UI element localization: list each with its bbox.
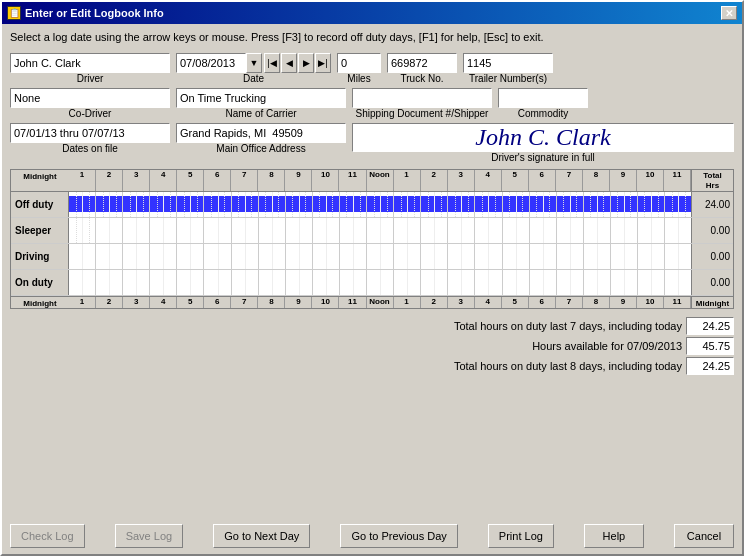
sleeper-label: Sleeper xyxy=(11,218,69,243)
hour-23: 11 xyxy=(664,170,691,190)
go-prev-day-button[interactable]: Go to Previous Day xyxy=(340,524,457,548)
title-bar: 📋 Enter or Edit Logbook Info ✕ xyxy=(2,2,742,24)
close-button[interactable]: ✕ xyxy=(721,6,737,20)
driver-label: Driver xyxy=(10,73,170,84)
b-noon: Noon xyxy=(367,297,394,308)
shipping-label: Shipping Document #/Shipper xyxy=(352,108,492,119)
off-duty-row: Off duty xyxy=(11,192,733,218)
signature-text: John C. Clark xyxy=(475,124,610,151)
driving-label: Driving xyxy=(11,244,69,269)
b-hour-6: 6 xyxy=(204,297,231,308)
save-log-button[interactable]: Save Log xyxy=(115,524,183,548)
tick-container-sleeper xyxy=(69,218,691,243)
date-input[interactable] xyxy=(176,53,246,73)
on-duty-total: 0.00 xyxy=(691,270,733,295)
hour-20: 8 xyxy=(583,170,610,190)
trailer-input[interactable] xyxy=(463,53,553,73)
midnight-bottom-right: Midnight xyxy=(691,297,733,308)
sleeper-total: 0.00 xyxy=(691,218,733,243)
hour-15: 3 xyxy=(448,170,475,190)
miles-field-group: Miles xyxy=(337,53,381,84)
driving-grid[interactable] xyxy=(69,244,691,269)
hour-16: 4 xyxy=(475,170,502,190)
save-log-label: Save Log xyxy=(126,530,172,542)
commodity-input[interactable] xyxy=(498,88,588,108)
codriver-field-group: Co-Driver xyxy=(10,88,170,119)
date-next-btn[interactable]: ▶ xyxy=(298,53,314,73)
main-window: 📋 Enter or Edit Logbook Info ✕ Select a … xyxy=(0,0,744,556)
hour-19: 7 xyxy=(556,170,583,190)
stat-row-2: Total hours on duty last 8 days, includi… xyxy=(454,357,734,375)
go-next-day-button[interactable]: Go to Next Day xyxy=(213,524,310,548)
carrier-input[interactable] xyxy=(176,88,346,108)
b-hour-11: 11 xyxy=(339,297,366,308)
hour-18: 6 xyxy=(529,170,556,190)
office-field-group: Main Office Address xyxy=(176,123,346,163)
b-hour-16: 4 xyxy=(475,297,502,308)
codriver-input[interactable] xyxy=(10,88,170,108)
cancel-button[interactable]: Cancel xyxy=(674,524,734,548)
instructions-text: Select a log date using the arrow keys o… xyxy=(10,30,734,45)
b-hour-22: 10 xyxy=(637,297,664,308)
time-header-row: Midnight 1 2 3 4 5 6 7 8 9 10 11 Noon xyxy=(11,170,733,191)
hour-22: 10 xyxy=(637,170,664,190)
off-duty-grid[interactable] xyxy=(69,192,691,217)
office-input[interactable] xyxy=(176,123,346,143)
row2: Co-Driver Name of Carrier Shipping Docum… xyxy=(10,88,734,119)
b-hour-19: 7 xyxy=(556,297,583,308)
driver-field-group: Driver xyxy=(10,53,170,84)
driver-input[interactable] xyxy=(10,53,170,73)
tick-container-offduty xyxy=(69,192,691,217)
dates-label: Dates on file xyxy=(10,143,170,154)
hour-2: 2 xyxy=(96,170,123,190)
hour-4: 4 xyxy=(150,170,177,190)
b-hour-8: 8 xyxy=(258,297,285,308)
stat-label-1: Hours available for 07/09/2013 xyxy=(532,340,682,352)
midnight-bottom-left: Midnight xyxy=(11,297,69,308)
go-next-day-label: Go to Next Day xyxy=(224,530,299,542)
off-duty-label: Off duty xyxy=(11,192,69,217)
date-dropdown-btn[interactable]: ▼ xyxy=(246,53,262,73)
b-hour-5: 5 xyxy=(177,297,204,308)
signature-area: John C. Clark xyxy=(352,123,734,152)
hour-10: 10 xyxy=(312,170,339,190)
shipping-field-group: Shipping Document #/Shipper xyxy=(352,88,492,119)
b-hour-17: 5 xyxy=(502,297,529,308)
truck-label: Truck No. xyxy=(387,73,457,84)
dates-input[interactable] xyxy=(10,123,170,143)
hour-1: 1 xyxy=(69,170,96,190)
stat-row-1: Hours available for 07/09/2013 45.75 xyxy=(532,337,734,355)
carrier-label: Name of Carrier xyxy=(176,108,346,119)
date-prev-btn[interactable]: ◀ xyxy=(281,53,297,73)
date-input-group: ▼ |◀ ◀ ▶ ▶| xyxy=(176,53,331,73)
date-last-btn[interactable]: ▶| xyxy=(315,53,331,73)
window-icon: 📋 xyxy=(7,6,21,20)
sleeper-grid[interactable] xyxy=(69,218,691,243)
midnight-left-label: Midnight xyxy=(11,170,69,190)
driving-total: 0.00 xyxy=(691,244,733,269)
shipping-input[interactable] xyxy=(352,88,492,108)
cancel-label: Cancel xyxy=(687,530,721,542)
row1: Driver ▼ |◀ ◀ ▶ ▶| Date Miles xyxy=(10,53,734,84)
truck-input[interactable] xyxy=(387,53,457,73)
date-first-btn[interactable]: |◀ xyxy=(264,53,280,73)
check-log-button[interactable]: Check Log xyxy=(10,524,85,548)
bottom-time-row: Midnight 1 2 3 4 5 6 7 8 9 10 11 Noon 1 … xyxy=(11,296,733,308)
signature-label: Driver's signature in full xyxy=(352,152,734,163)
print-log-button[interactable]: Print Log xyxy=(488,524,554,548)
noon-label: Noon xyxy=(367,170,394,190)
stat-label-0: Total hours on duty last 7 days, includi… xyxy=(454,320,682,332)
print-log-label: Print Log xyxy=(499,530,543,542)
driving-row: Driving xyxy=(11,244,733,270)
on-duty-grid[interactable] xyxy=(69,270,691,295)
signature-field-group: John C. Clark Driver's signature in full xyxy=(352,123,734,163)
stat-value-2: 24.25 xyxy=(686,357,734,375)
bottom-time-labels: 1 2 3 4 5 6 7 8 9 10 11 Noon 1 2 3 4 5 xyxy=(69,297,691,308)
help-button[interactable]: Help xyxy=(584,524,644,548)
hour-17: 5 xyxy=(502,170,529,190)
miles-input[interactable] xyxy=(337,53,381,73)
hour-5: 5 xyxy=(177,170,204,190)
commodity-label: Commodity xyxy=(498,108,588,119)
hour-3: 3 xyxy=(123,170,150,190)
hour-8: 8 xyxy=(258,170,285,190)
